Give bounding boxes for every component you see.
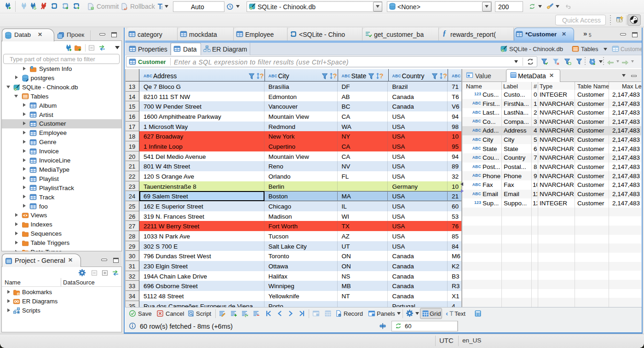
svg-text:(+): (+)	[245, 313, 248, 317]
